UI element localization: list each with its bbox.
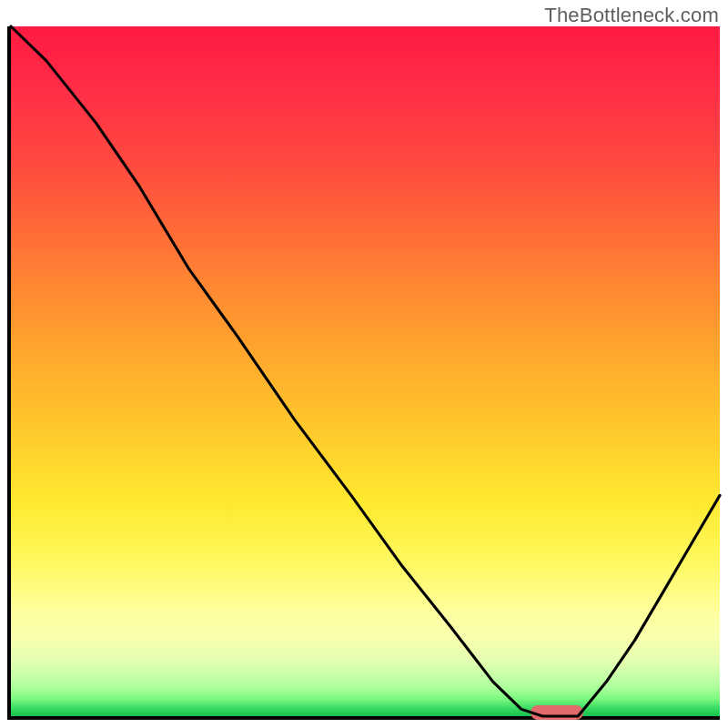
chart-stage: TheBottleneck.com bbox=[0, 0, 728, 728]
watermark-text: TheBottleneck.com bbox=[544, 4, 719, 27]
plot-area bbox=[7, 26, 720, 720]
bottleneck-curve bbox=[11, 26, 720, 716]
